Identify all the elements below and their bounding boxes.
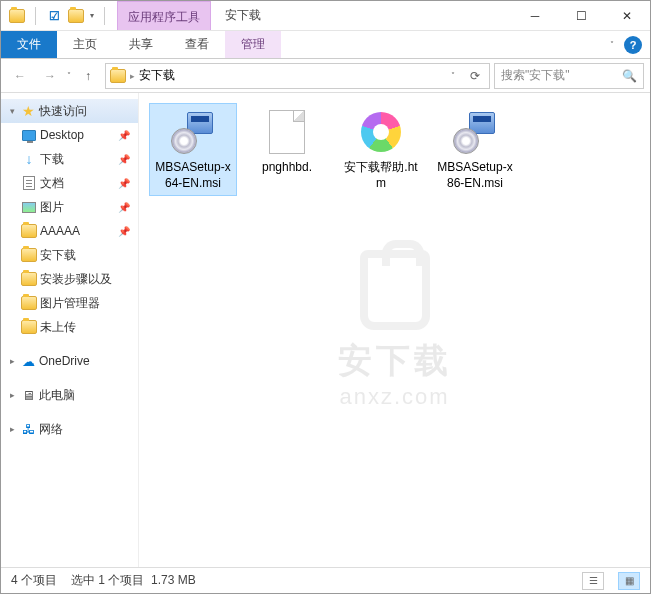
sidebar-item[interactable]: Desktop📌 bbox=[1, 123, 138, 147]
qat-customize-icon[interactable]: ▾ bbox=[90, 11, 94, 20]
expand-icon[interactable]: ▸ bbox=[7, 356, 17, 366]
sidebar-onedrive[interactable]: ▸ ☁ OneDrive bbox=[1, 349, 138, 373]
file-item[interactable]: 安下载帮助.htm bbox=[337, 103, 425, 196]
expand-icon[interactable]: ▸ bbox=[7, 390, 17, 400]
pic-icon bbox=[21, 199, 37, 215]
search-icon: 🔍 bbox=[622, 69, 637, 83]
tab-share[interactable]: 共享 bbox=[113, 31, 169, 58]
refresh-icon[interactable]: ⟳ bbox=[465, 65, 485, 87]
close-button[interactable]: ✕ bbox=[604, 1, 650, 30]
contextual-tab-header: 应用程序工具 bbox=[117, 1, 211, 30]
sidebar-network[interactable]: ▸ 🖧 网络 bbox=[1, 417, 138, 441]
sidebar-item-label: 安下载 bbox=[40, 247, 76, 264]
ribbon-collapse-icon[interactable]: ˅ bbox=[610, 40, 614, 49]
sidebar-label: 快速访问 bbox=[39, 103, 87, 120]
sidebar-this-pc[interactable]: ▸ 🖥 此电脑 bbox=[1, 383, 138, 407]
status-item-count: 4 个项目 bbox=[11, 572, 57, 589]
download-icon: ↓ bbox=[21, 151, 37, 167]
sidebar-item[interactable]: 未上传 bbox=[1, 315, 138, 339]
file-item[interactable]: pnghhbd. bbox=[243, 103, 331, 196]
app-icon bbox=[9, 8, 25, 24]
up-button[interactable]: ↑ bbox=[75, 63, 101, 89]
window-title: 安下载 bbox=[211, 1, 275, 30]
divider bbox=[104, 7, 105, 25]
sidebar-item[interactable]: 安下载 bbox=[1, 243, 138, 267]
file-icon bbox=[169, 108, 217, 156]
search-input[interactable]: 搜索"安下载" 🔍 bbox=[494, 63, 644, 89]
sidebar-item[interactable]: 文档📌 bbox=[1, 171, 138, 195]
ribbon-tabs: 文件 主页 共享 查看 管理 ˅ ? bbox=[1, 31, 650, 59]
sidebar-item-label: AAAAA bbox=[40, 224, 80, 238]
sidebar-quick-access[interactable]: ▾ ★ 快速访问 bbox=[1, 99, 138, 123]
context-tab-label: 应用程序工具 bbox=[117, 1, 211, 30]
location-icon bbox=[110, 68, 126, 84]
address-dropdown-icon[interactable]: ˅ bbox=[443, 65, 463, 87]
sidebar-item-label: 未上传 bbox=[40, 319, 76, 336]
sidebar-item-label: 下载 bbox=[40, 151, 64, 168]
window-controls: ─ ☐ ✕ bbox=[512, 1, 650, 30]
file-icon bbox=[451, 108, 499, 156]
doc-icon bbox=[21, 175, 37, 191]
expand-icon[interactable]: ▸ bbox=[7, 424, 17, 434]
expand-icon[interactable]: ▾ bbox=[7, 106, 17, 116]
help-icon[interactable]: ? bbox=[624, 36, 642, 54]
tab-view[interactable]: 查看 bbox=[169, 31, 225, 58]
sidebar-label: 此电脑 bbox=[39, 387, 75, 404]
tab-manage[interactable]: 管理 bbox=[225, 31, 281, 58]
sidebar-item[interactable]: AAAAA📌 bbox=[1, 219, 138, 243]
pc-icon: 🖥 bbox=[20, 387, 36, 403]
explorer-window: ☑ ▾ 应用程序工具 安下载 ─ ☐ ✕ 文件 主页 共享 查看 管理 ˅ ? … bbox=[0, 0, 651, 594]
sidebar-item-label: 图片管理器 bbox=[40, 295, 100, 312]
pin-icon: 📌 bbox=[118, 226, 134, 237]
star-icon: ★ bbox=[20, 103, 36, 119]
desktop-icon bbox=[21, 127, 37, 143]
folder-icon bbox=[21, 223, 37, 239]
file-item[interactable]: MBSASetup-x86-EN.msi bbox=[431, 103, 519, 196]
file-icon bbox=[357, 108, 405, 156]
sidebar-item[interactable]: 图片管理器 bbox=[1, 291, 138, 315]
forward-button[interactable]: → bbox=[37, 63, 63, 89]
titlebar: ☑ ▾ 应用程序工具 安下载 ─ ☐ ✕ bbox=[1, 1, 650, 31]
details-view-button[interactable]: ☰ bbox=[582, 572, 604, 590]
network-icon: 🖧 bbox=[20, 421, 36, 437]
sidebar-item[interactable]: ↓下载📌 bbox=[1, 147, 138, 171]
status-bar: 4 个项目 选中 1 个项目 1.73 MB ☰ ▦ bbox=[1, 567, 650, 593]
tab-file[interactable]: 文件 bbox=[1, 31, 57, 58]
file-icon bbox=[263, 108, 311, 156]
chevron-right-icon[interactable]: ▸ bbox=[130, 71, 135, 81]
icons-view-button[interactable]: ▦ bbox=[618, 572, 640, 590]
sidebar-label: 网络 bbox=[39, 421, 63, 438]
sidebar-label: OneDrive bbox=[39, 354, 90, 368]
breadcrumb-segment[interactable]: 安下载 bbox=[139, 67, 175, 84]
sidebar-item-label: 文档 bbox=[40, 175, 64, 192]
divider bbox=[35, 7, 36, 25]
pin-icon: 📌 bbox=[118, 154, 134, 165]
back-button[interactable]: ← bbox=[7, 63, 33, 89]
folder-icon bbox=[21, 271, 37, 287]
maximize-button[interactable]: ☐ bbox=[558, 1, 604, 30]
status-selection: 选中 1 个项目 1.73 MB bbox=[71, 572, 196, 589]
pin-icon: 📌 bbox=[118, 202, 134, 213]
file-item[interactable]: MBSASetup-x64-EN.msi bbox=[149, 103, 237, 196]
file-list[interactable]: MBSASetup-x64-EN.msipnghhbd.安下载帮助.htmMBS… bbox=[139, 93, 650, 567]
cloud-icon: ☁ bbox=[20, 353, 36, 369]
folder-icon bbox=[21, 247, 37, 263]
sidebar-item[interactable]: 安装步骤以及 bbox=[1, 267, 138, 291]
properties-icon[interactable]: ☑ bbox=[46, 8, 62, 24]
new-folder-icon[interactable] bbox=[68, 8, 84, 24]
navigation-pane: ▾ ★ 快速访问 Desktop📌↓下载📌文档📌图片📌AAAAA📌安下载安装步骤… bbox=[1, 93, 139, 567]
sidebar-item-label: Desktop bbox=[40, 128, 84, 142]
history-dropdown-icon[interactable]: ˅ bbox=[67, 71, 71, 80]
folder-icon bbox=[21, 319, 37, 335]
search-placeholder: 搜索"安下载" bbox=[501, 67, 570, 84]
sidebar-item-label: 安装步骤以及 bbox=[40, 271, 112, 288]
sidebar-item[interactable]: 图片📌 bbox=[1, 195, 138, 219]
file-name: pnghhbd. bbox=[262, 160, 312, 176]
minimize-button[interactable]: ─ bbox=[512, 1, 558, 30]
pin-icon: 📌 bbox=[118, 178, 134, 189]
folder-icon bbox=[21, 295, 37, 311]
address-bar[interactable]: ▸ 安下载 ˅ ⟳ bbox=[105, 63, 490, 89]
sidebar-item-label: 图片 bbox=[40, 199, 64, 216]
tab-home[interactable]: 主页 bbox=[57, 31, 113, 58]
body: ▾ ★ 快速访问 Desktop📌↓下载📌文档📌图片📌AAAAA📌安下载安装步骤… bbox=[1, 93, 650, 567]
